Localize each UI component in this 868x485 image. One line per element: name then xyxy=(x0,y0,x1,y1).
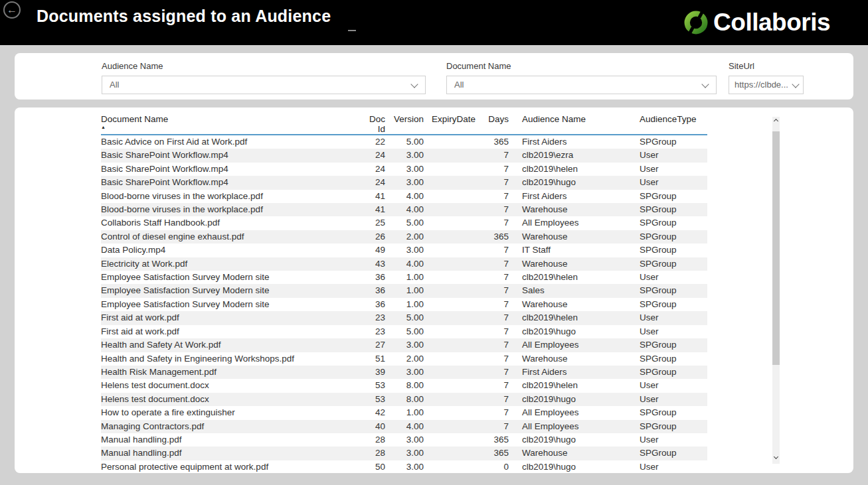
table-cell: All Employees xyxy=(510,420,628,433)
table-cell: Personal protective equipment at work.pd… xyxy=(101,460,360,473)
table-cell xyxy=(425,135,477,149)
table-cell: 24 xyxy=(360,176,387,189)
table-cell xyxy=(425,298,477,311)
table-cell: 5.00 xyxy=(387,311,425,324)
table-cell: 7 xyxy=(477,420,510,433)
table-row[interactable]: Basic SharePoint Workflow.mp4243.007clb2… xyxy=(101,163,707,176)
table-cell: Manual handling.pdf xyxy=(101,447,360,460)
table-row[interactable]: Employee Satisfaction Survey Modern site… xyxy=(101,271,707,284)
table-cell: Employee Satisfaction Survey Modern site xyxy=(101,298,360,311)
table-row[interactable]: Managing Contractors.pdf404.007All Emplo… xyxy=(101,420,707,433)
table-row[interactable]: Blood-borne viruses in the workplace.pdf… xyxy=(101,190,707,203)
audience-name-dropdown[interactable]: All xyxy=(102,76,426,94)
table-cell xyxy=(425,379,477,392)
table-cell: 7 xyxy=(477,325,510,338)
table-cell: Manual handling.pdf xyxy=(101,433,360,447)
column-header-document-name[interactable]: Document Name ▲ xyxy=(101,114,360,135)
audience-name-filter-label: Audience Name xyxy=(102,61,163,71)
table-cell: Collaboris Staff Handbook.pdf xyxy=(101,216,360,230)
table-cell: User xyxy=(628,325,707,338)
site-url-dropdown[interactable]: https://clbde... xyxy=(729,76,804,94)
table-cell: Basic SharePoint Workflow.mp4 xyxy=(101,149,360,162)
table-row[interactable]: Manual handling.pdf283.00365WarehouseSPG… xyxy=(101,447,707,460)
table-cell: All Employees xyxy=(510,338,628,352)
table-row[interactable]: Collaboris Staff Handbook.pdf255.007All … xyxy=(101,216,707,230)
table-cell: SPGroup xyxy=(628,447,707,460)
page-title: Documents assigned to an Audience xyxy=(37,7,331,26)
table-cell: Sales xyxy=(510,284,628,297)
table-cell: SPGroup xyxy=(628,298,707,311)
table-row[interactable]: Health and Safety in Engineering Worksho… xyxy=(101,352,707,366)
table-row[interactable]: Basic SharePoint Workflow.mp4243.007clb2… xyxy=(101,149,707,162)
table-row[interactable]: Basic SharePoint Workflow.mp4243.007clb2… xyxy=(101,176,707,189)
table-cell: SPGroup xyxy=(628,216,707,230)
back-button[interactable]: ← xyxy=(3,1,21,19)
table-cell: 2.00 xyxy=(387,230,425,243)
table-cell: First aid at work.pdf xyxy=(101,325,360,338)
table-row[interactable]: Data Policy.mp4493.007IT StaffSPGroup xyxy=(101,243,707,257)
table-cell xyxy=(425,271,477,284)
table-cell: 7 xyxy=(477,284,510,297)
vertical-scrollbar[interactable] xyxy=(772,117,780,464)
table-row[interactable]: First aid at work.pdf235.007clb2019\hele… xyxy=(101,311,707,324)
scroll-up-icon[interactable] xyxy=(773,119,778,123)
sort-ascending-icon: ▲ xyxy=(101,124,360,131)
table-row[interactable]: Control of diesel engine exhaust.pdf262.… xyxy=(101,230,707,243)
column-header-audience-name[interactable]: Audience Name xyxy=(510,114,628,135)
table-cell: 41 xyxy=(360,190,387,203)
table-cell: clb2019\hugo xyxy=(510,460,628,473)
table-cell xyxy=(425,190,477,203)
table-cell: IT Staff xyxy=(510,243,628,257)
table-row[interactable]: Employee Satisfaction Survey Modern site… xyxy=(101,298,707,311)
table-cell: Employee Satisfaction Survey Modern site xyxy=(101,284,360,297)
table-row[interactable]: Helens test document.docx538.007clb2019\… xyxy=(101,393,707,406)
column-header-audience-type[interactable]: AudienceType xyxy=(628,114,707,135)
column-header-version[interactable]: Version xyxy=(387,114,425,135)
table-row[interactable]: Helens test document.docx538.007clb2019\… xyxy=(101,379,707,392)
table-cell xyxy=(425,257,477,271)
table-cell: 36 xyxy=(360,298,387,311)
table-cell: 0 xyxy=(477,460,510,473)
table-row[interactable]: Electricity at Work.pdf434.007WarehouseS… xyxy=(101,257,707,271)
column-header-days[interactable]: Days xyxy=(477,114,510,135)
table-cell: 26 xyxy=(360,230,387,243)
table-row[interactable]: Basic Advice on First Aid at Work.pdf225… xyxy=(101,135,707,149)
table-cell: 8.00 xyxy=(387,379,425,392)
table-row[interactable]: Personal protective equipment at work.pd… xyxy=(101,460,707,473)
table-cell: Basic SharePoint Workflow.mp4 xyxy=(101,163,360,176)
table-cell: 39 xyxy=(360,366,387,379)
table-row[interactable]: Health Risk Management.pdf393.007First A… xyxy=(101,366,707,379)
table-row[interactable]: How to operate a fire extinguisher421.00… xyxy=(101,406,707,419)
scrollbar-thumb[interactable] xyxy=(772,131,780,365)
table-row[interactable]: Employee Satisfaction Survey Modern site… xyxy=(101,284,707,297)
table-cell: First Aiders xyxy=(510,366,628,379)
table-cell: 41 xyxy=(360,203,387,216)
table-cell: 5.00 xyxy=(387,135,425,149)
collaboris-logo-icon xyxy=(683,9,709,36)
table-row[interactable]: First aid at work.pdf235.007clb2019\hugo… xyxy=(101,325,707,338)
table-cell: 42 xyxy=(360,406,387,419)
table-cell: Managing Contractors.pdf xyxy=(101,420,360,433)
column-header-expiry-date[interactable]: ExpiryDate xyxy=(425,114,477,135)
table-cell: 22 xyxy=(360,135,387,149)
table-row[interactable]: Health and Safety At Work.pdf273.007All … xyxy=(101,338,707,352)
table-cell: Basic Advice on First Aid at Work.pdf xyxy=(101,135,360,149)
scroll-down-icon[interactable] xyxy=(773,454,778,459)
table-row[interactable]: Manual handling.pdf283.00365clb2019\hugo… xyxy=(101,433,707,447)
table-cell: 7 xyxy=(477,203,510,216)
chevron-down-icon xyxy=(410,80,418,88)
document-name-dropdown[interactable]: All xyxy=(446,76,717,94)
table-cell: clb2019\helen xyxy=(510,379,628,392)
table-cell: Warehouse xyxy=(510,447,628,460)
table-cell: First aid at work.pdf xyxy=(101,311,360,324)
table-row[interactable]: Blood-borne viruses in the workplace.pdf… xyxy=(101,203,707,216)
table-cell: 4.00 xyxy=(387,420,425,433)
table-cell: 27 xyxy=(360,338,387,352)
column-header-doc-id[interactable]: Doc Id xyxy=(360,114,387,135)
table-cell: 7 xyxy=(477,149,510,162)
table-cell: User xyxy=(628,379,707,392)
table-cell: 3.00 xyxy=(387,447,425,460)
table-cell: 51 xyxy=(360,352,387,366)
back-arrow-icon: ← xyxy=(7,4,17,15)
logo-text: Collaboris xyxy=(713,9,830,36)
